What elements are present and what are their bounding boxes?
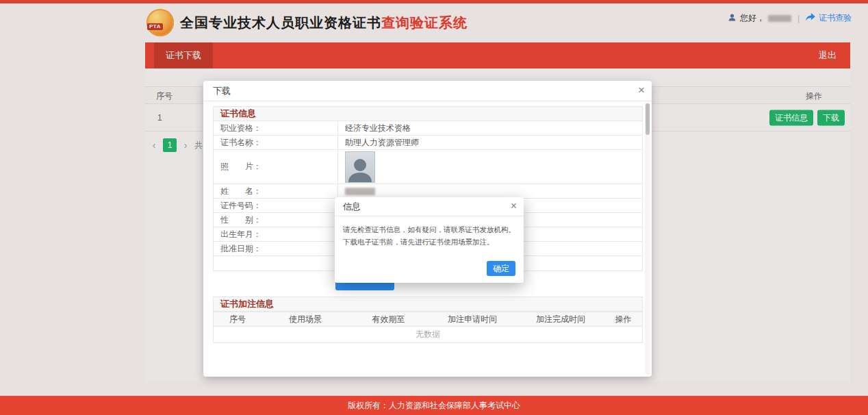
- field-value: 经济专业技术资格: [338, 123, 642, 134]
- ann-col-action: 操作: [604, 312, 642, 326]
- info-modal-message: 请先检查证书信息，如有疑问，请联系证书发放机构。 下载电子证书前，请先进行证书使…: [343, 223, 520, 248]
- nav-bar: 证书下载 退出: [145, 42, 850, 68]
- brand: PTA 全国专业技术人员职业资格证书查询验证系统: [146, 9, 468, 36]
- annotation-empty-row: 无数据: [213, 327, 643, 343]
- verify-arrow-icon: [806, 13, 815, 23]
- info-message-line2: 下载电子证书前，请先进行证书使用场景加注。: [343, 236, 520, 248]
- confirm-button[interactable]: 确定: [487, 261, 515, 276]
- modal-scrollbar-thumb[interactable]: [646, 103, 650, 135]
- certificate-info-section-title: 证书信息: [213, 106, 643, 121]
- copyright-text: 版权所有：人力资源和社会保障部人事考试中心: [348, 400, 520, 412]
- download-button[interactable]: 下载: [817, 110, 845, 125]
- field-label: 职业资格：: [214, 121, 338, 135]
- pagination-prev[interactable]: ‹: [149, 140, 159, 151]
- field-row-photo: 照 片：: [214, 150, 642, 184]
- userbar-divider: |: [797, 14, 800, 23]
- ann-col-index: 序号: [214, 312, 261, 326]
- field-label: [214, 256, 338, 271]
- row-index: 1: [157, 104, 162, 131]
- field-value: [338, 188, 642, 195]
- page-title-accent: 查询验证系统: [381, 15, 468, 30]
- field-row-cert-name: 证书名称： 助理人力资源管理师: [214, 136, 642, 150]
- certificate-query-app: PTA 全国专业技术人员职业资格证书查询验证系统 您好， | 证书查验 证书下载…: [0, 0, 868, 415]
- pagination-next[interactable]: ›: [181, 140, 190, 151]
- ann-col-complete-time: 加注完成时间: [517, 312, 604, 326]
- certificate-info-button[interactable]: 证书信息: [769, 110, 813, 125]
- logout-button[interactable]: 退出: [819, 42, 837, 68]
- certificate-verify-link[interactable]: 证书查验: [819, 12, 852, 24]
- name-redacted: [345, 188, 375, 195]
- row-actions: 证书信息 下载: [769, 110, 845, 125]
- page-title-main: 全国专业技术人员职业资格证书: [180, 15, 381, 30]
- field-row-qualification: 职业资格： 经济专业技术资格: [214, 121, 642, 136]
- field-label: 姓 名：: [214, 184, 338, 198]
- info-message-line1: 请先检查证书信息，如有疑问，请联系证书发放机构。: [343, 223, 520, 236]
- user-icon: [728, 13, 737, 24]
- info-modal-title: 信息: [343, 197, 361, 216]
- field-value: [338, 151, 642, 183]
- tab-certificate-download[interactable]: 证书下载: [154, 42, 213, 68]
- field-label: 性 别：: [214, 213, 338, 227]
- field-value: 助理人力资源管理师: [338, 137, 642, 149]
- ann-col-usage-scene: 使用场景: [261, 312, 349, 326]
- info-modal-header: 信息 ×: [335, 197, 524, 216]
- greeting-text: 您好，: [740, 12, 765, 24]
- field-label: 证书名称：: [214, 136, 338, 149]
- user-name-redacted: [768, 15, 791, 22]
- download-modal-close-icon[interactable]: ×: [638, 84, 645, 97]
- ann-col-valid-until: 有效期至: [349, 312, 428, 326]
- annotation-section-title: 证书加注信息: [213, 297, 643, 312]
- page-title: 全国专业技术人员职业资格证书查询验证系统: [180, 14, 468, 32]
- info-modal: 信息 × 请先检查证书信息，如有疑问，请联系证书发放机构。 下载电子证书前，请先…: [335, 197, 524, 283]
- user-bar: 您好， | 证书查验: [728, 12, 852, 24]
- download-modal-title: 下载: [213, 81, 231, 101]
- field-label: 证件号码：: [214, 199, 338, 212]
- info-modal-close-icon[interactable]: ×: [511, 199, 517, 213]
- column-index: 序号: [156, 87, 173, 105]
- download-modal-header: 下载 ×: [203, 81, 652, 101]
- field-label: 照 片：: [214, 150, 338, 184]
- ann-col-apply-time: 加注申请时间: [428, 312, 517, 326]
- field-label: 批准日期：: [214, 242, 338, 255]
- annotation-table-header: 序号 使用场景 有效期至 加注申请时间 加注完成时间 操作: [213, 312, 643, 327]
- certificate-photo: [345, 151, 375, 183]
- pagination-page-1[interactable]: 1: [163, 138, 177, 152]
- field-label: 出生年月：: [214, 227, 338, 241]
- column-action: 操作: [806, 87, 822, 105]
- top-accent-bar: [0, 0, 868, 3]
- field-row-name: 姓 名：: [214, 184, 642, 199]
- pta-logo-text: PTA: [147, 23, 163, 30]
- pta-logo-icon: PTA: [146, 9, 174, 36]
- footer: 版权所有：人力资源和社会保障部人事考试中心: [0, 396, 868, 415]
- modal-scrollbar[interactable]: [645, 102, 650, 375]
